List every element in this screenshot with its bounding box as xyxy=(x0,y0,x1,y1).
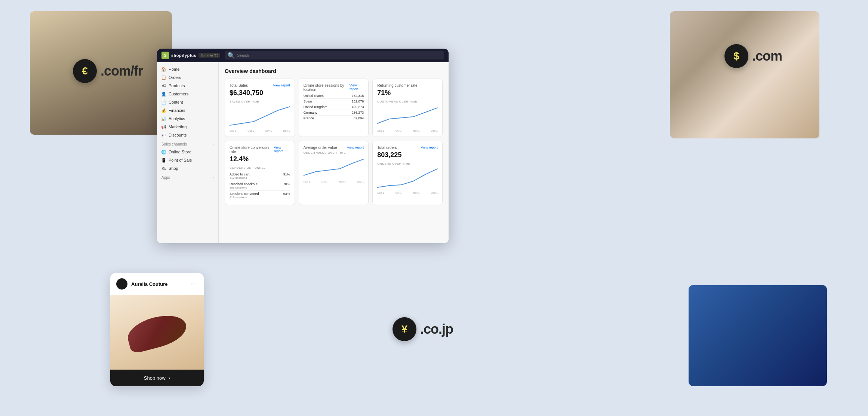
x-label-oct: Oct 1 xyxy=(247,129,254,132)
sales-channels-label: Sales channels xyxy=(161,142,187,146)
yen-symbol: ¥ xyxy=(401,323,407,335)
sidebar-item-products[interactable]: 🏷 Products xyxy=(157,82,218,90)
search-icon: 🔍 xyxy=(228,52,235,59)
sidebar-label-finances: Finances xyxy=(169,108,185,113)
x-label-dec-3: Dec 1 xyxy=(357,181,364,183)
x-label-nov: Nov 1 xyxy=(265,129,272,132)
pos-icon: 📱 xyxy=(161,158,166,162)
funnel-label: CONVERSION FUNNEL xyxy=(230,166,290,169)
x-label-nov-3: Nov 1 xyxy=(339,181,346,183)
avg-order-view-report[interactable]: View report xyxy=(347,146,364,149)
total-sales-x-labels: Sep 1 Oct 1 Nov 1 Dec 1 xyxy=(230,129,290,132)
returning-customer-label: Returning customer rate xyxy=(377,83,417,88)
sidebar-item-online-store[interactable]: 🌐 Online Store xyxy=(157,148,218,156)
customers-icon: 👤 xyxy=(161,92,166,96)
shopify-logo-area: S shopifyplus Summer '23 xyxy=(161,52,220,59)
value-us: 752,318 xyxy=(352,94,364,98)
marketing-icon: 📢 xyxy=(161,125,166,129)
shopify-plus-text: shopifyplus xyxy=(171,53,196,58)
value-germany: 236,273 xyxy=(352,111,364,114)
sidebar-item-home[interactable]: 🏠 Home xyxy=(157,65,218,73)
total-orders-chart-label: ORDERS OVER TIME xyxy=(377,162,438,165)
avg-order-value-card: Average order value View report ORDER VA… xyxy=(299,141,369,205)
dollar-symbol: $ xyxy=(733,50,739,62)
total-orders-view-report[interactable]: View report xyxy=(421,146,438,149)
country-uk: United Kingdom xyxy=(304,105,327,109)
returning-x-labels: Sep 1 Oct 1 Nov 1 Dec 1 xyxy=(377,129,438,132)
total-sales-card: Total Sales View report $6,340,750 SALES… xyxy=(225,79,295,137)
sidebar-item-analytics[interactable]: 📊 Analytics xyxy=(157,114,218,123)
conversion-rate-value: 12.4% xyxy=(230,155,290,163)
x-label-oct-4: Oct 1 xyxy=(395,192,402,194)
country-us: United States xyxy=(304,94,324,98)
main-content: Overview dashboard Total Sales View repo… xyxy=(219,62,449,243)
value-france: 62,894 xyxy=(354,116,364,120)
total-orders-header: Total orders View report xyxy=(377,146,438,150)
avg-order-chart xyxy=(304,156,364,178)
sidebar-item-discounts[interactable]: 🏷 Discounts xyxy=(157,131,218,139)
total-orders-x-labels: Sep 1 Oct 1 Nov 1 Dec 1 xyxy=(377,192,438,194)
euro-domain: .com/fr xyxy=(101,63,143,79)
funnel-cart-sessions: 412 sessions xyxy=(230,176,250,180)
funnel-checkout-sessions: 389 sessions xyxy=(230,186,258,189)
sidebar-label-online-store: Online Store xyxy=(169,150,191,154)
online-sessions-label: Online store sessions by location xyxy=(304,83,350,92)
store-options-icon[interactable]: ··· xyxy=(191,281,198,287)
total-orders-chart xyxy=(377,167,438,189)
country-germany: Germany xyxy=(304,111,317,114)
total-orders-value: 803,225 xyxy=(377,151,438,159)
shopify-bag-icon: S xyxy=(161,52,169,59)
conversion-rate-label: Online store conversion rate xyxy=(230,146,274,154)
funnel-row-cart: Added to cart 412 sessions 91% xyxy=(230,171,290,181)
sidebar-label-products: Products xyxy=(169,83,185,88)
total-sales-chart-label: SALES OVER TIME xyxy=(230,100,290,103)
location-row-uk: United Kingdom 425,273 xyxy=(304,104,364,110)
total-sales-view-report[interactable]: View report xyxy=(273,83,290,87)
sidebar-item-customers[interactable]: 👤 Customers xyxy=(157,90,218,98)
sidebar-item-marketing[interactable]: 📢 Marketing xyxy=(157,123,218,131)
admin-body: 🏠 Home 📋 Orders 🏷 Products 👤 Customers 📄… xyxy=(157,62,449,243)
x-label-sep-4: Sep 1 xyxy=(377,192,384,194)
x-label-sep: Sep 1 xyxy=(230,129,236,132)
sales-channels-section: Sales channels › xyxy=(157,139,218,148)
dashboard-grid: Total Sales View report $6,340,750 SALES… xyxy=(225,79,443,205)
euro-symbol: € xyxy=(82,65,88,77)
sidebar-item-content[interactable]: 📄 Content xyxy=(157,98,218,106)
total-sales-label: Total Sales xyxy=(230,83,248,88)
store-card-header: Aurelia Couture ··· xyxy=(110,273,204,295)
dollar-circle: $ xyxy=(724,44,748,68)
location-row-us: United States 752,318 xyxy=(304,93,364,99)
store-avatar xyxy=(116,278,127,290)
sidebar-item-shop[interactable]: 🛍 Shop xyxy=(157,164,218,172)
store-cta-text: Shop now xyxy=(144,375,166,381)
sidebar: 🏠 Home 📋 Orders 🏷 Products 👤 Customers 📄… xyxy=(157,62,219,243)
hand-phone-bg-image xyxy=(670,11,819,138)
x-label-dec: Dec 1 xyxy=(283,129,290,132)
conversion-rate-view-report[interactable]: View report xyxy=(274,146,290,153)
funnel-checkout-left: Reached checkout 389 sessions xyxy=(230,182,258,189)
store-cta-button[interactable]: Shop now › xyxy=(110,370,204,386)
funnel-converted-left: Sessions converted 319 sessions xyxy=(230,192,259,199)
funnel-cart-pct: 91% xyxy=(283,172,290,176)
funnel-checkout-pct: 70% xyxy=(283,182,290,186)
euro-circle: € xyxy=(73,59,97,83)
sidebar-label-customers: Customers xyxy=(169,92,188,96)
sidebar-item-orders[interactable]: 📋 Orders xyxy=(157,73,218,82)
search-bar[interactable]: 🔍 Search xyxy=(225,51,444,59)
funnel-converted-pct: 64% xyxy=(283,192,290,196)
x-label-dec-4: Dec 1 xyxy=(431,192,438,194)
online-sessions-view-report[interactable]: View report xyxy=(350,83,364,91)
content-icon: 📄 xyxy=(161,100,166,104)
shoe-image xyxy=(124,310,190,355)
sidebar-label-content: Content xyxy=(169,100,183,104)
store-product-image xyxy=(110,295,204,370)
avg-order-header: Average order value View report xyxy=(304,146,364,150)
orders-icon: 📋 xyxy=(161,75,166,80)
sidebar-label-orders: Orders xyxy=(169,75,181,80)
yen-badge: ¥ .co.jp xyxy=(393,317,453,341)
returning-customer-chart-label: CUSTOMERS OVER TIME xyxy=(377,100,438,103)
sidebar-item-pos[interactable]: 📱 Point of Sale xyxy=(157,156,218,164)
yen-circle: ¥ xyxy=(393,317,416,341)
funnel-row-checkout: Reached checkout 389 sessions 70% xyxy=(230,181,290,190)
sidebar-item-finances[interactable]: 💰 Finances xyxy=(157,106,218,114)
